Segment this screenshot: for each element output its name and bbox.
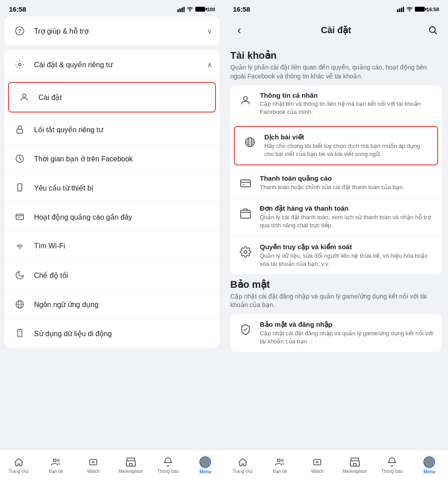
- thong-tin-content: Thông tin cá nhân Cập nhật tên và thông …: [260, 91, 435, 116]
- nav-trang-chu[interactable]: Trang chủ: [0, 457, 37, 474]
- svg-rect-3: [183, 7, 185, 12]
- svg-point-24: [57, 459, 59, 461]
- battery-icon: 100: [195, 7, 215, 12]
- settings-privacy-header[interactable]: Cài đặt & quyền riêng tư ∧: [4, 50, 220, 79]
- thanh-toan-qc-content: Thanh toán quảng cáo Thanh toán hoặc chỉ…: [260, 174, 435, 191]
- hoat-dong-item[interactable]: Hoạt động quảng cáo gần đây: [4, 203, 220, 232]
- quyen-truy-cap-content: Quyền truy cập và kiểm soát Quản lý dữ l…: [260, 243, 435, 268]
- nav-menu[interactable]: Menu: [187, 456, 224, 474]
- globe-icon: [12, 296, 28, 312]
- signal-icon: [177, 7, 185, 12]
- right-nav-marketplace[interactable]: Marketplace: [336, 457, 373, 474]
- right-bell-icon: [387, 457, 397, 468]
- svg-point-44: [244, 250, 247, 253]
- nav-watch-label: Watch: [87, 469, 99, 474]
- thoi-gian-item[interactable]: Thời gian bạn ở trên Facebook: [4, 144, 220, 173]
- svg-point-8: [22, 94, 26, 97]
- home-nav-icon: [13, 457, 24, 468]
- left-status-bar: 16:58 100: [0, 0, 224, 17]
- svg-rect-29: [399, 9, 400, 12]
- menu-avatar: [199, 456, 211, 468]
- quyen-truy-cap-item[interactable]: Quyền truy cập và kiểm soát Quản lý dữ l…: [230, 237, 442, 274]
- right-time: 16:58: [233, 5, 250, 13]
- cai-dat-item[interactable]: Cài đặt: [9, 83, 215, 112]
- svg-rect-1: [179, 9, 181, 12]
- right-battery-icon: 16:58: [415, 7, 439, 12]
- bao-mat-item-desc: Cập nhật cài đặt đăng nhập và quản lý ga…: [260, 329, 435, 346]
- right-menu-avatar: [423, 456, 435, 468]
- dich-content: Dịch bài viết Hãy cho chúng tôi biết tùy…: [264, 133, 430, 158]
- right-bottom-nav: Trang chủ Bạn bè Watch Marketplace Thông…: [224, 449, 448, 485]
- svg-rect-41: [241, 180, 250, 186]
- battery-label: 100: [207, 7, 215, 12]
- che-do-item[interactable]: Chế độ tối: [4, 261, 220, 290]
- bao-mat-section: Bảo mật Cập nhật cài đặt đăng nhập và qu…: [230, 279, 442, 352]
- nav-menu-label: Menu: [199, 469, 211, 474]
- settings-header: ‹ Cài đặt: [224, 17, 448, 42]
- phone-icon: [12, 180, 28, 196]
- svg-rect-2: [181, 8, 183, 12]
- thanh-toan-qc-title: Thanh toán quảng cáo: [260, 174, 435, 182]
- nav-marketplace[interactable]: Marketplace: [112, 457, 149, 474]
- bell-nav-icon: [163, 457, 173, 468]
- svg-point-32: [409, 10, 410, 11]
- right-nav-marketplace-label: Marketplace: [342, 469, 366, 474]
- dich-desc: Hãy cho chúng tôi biết tùy chọn dịch mà …: [264, 142, 430, 158]
- settings-privacy-section: Cài đặt & quyền riêng tư ∧ Cài đặt: [4, 50, 220, 348]
- tai-khoan-desc: Quản lý phần cài đặt liên quan đến quyền…: [230, 63, 442, 81]
- moon-icon: [12, 267, 28, 283]
- svg-rect-13: [16, 214, 24, 220]
- right-nav-watch[interactable]: Watch: [299, 457, 336, 474]
- loi-tat-item[interactable]: Lối tắt quyền riêng tư: [4, 115, 220, 144]
- nav-watch[interactable]: Watch: [75, 457, 112, 474]
- right-nav-ban-be[interactable]: Bạn bè: [261, 457, 298, 474]
- settings-privacy-arrow: ∧: [207, 61, 212, 69]
- thong-tin-title: Thông tin cá nhân: [260, 91, 435, 99]
- svg-point-22: [19, 335, 20, 336]
- wifi-icon: [186, 7, 194, 12]
- ngon-ngu-item[interactable]: Ngôn ngữ ứng dụng: [4, 290, 220, 319]
- bao-mat-item-title: Bảo mật và đăng nhập: [260, 320, 435, 329]
- svg-point-23: [53, 459, 56, 462]
- nav-thong-bao[interactable]: Thông báo: [149, 457, 186, 474]
- su-dung-item[interactable]: Sử dụng dữ liệu di động: [4, 319, 220, 348]
- tai-khoan-title: Tài khoản: [230, 50, 442, 61]
- svg-line-34: [435, 32, 436, 34]
- right-nav-thong-bao[interactable]: Thông báo: [373, 457, 410, 474]
- thanh-toan-qc-item[interactable]: Thanh toán quảng cáo Thanh toán hoặc chỉ…: [230, 168, 442, 198]
- tai-khoan-section: Tài khoản Quản lý phần cài đặt liên quan…: [230, 50, 442, 274]
- help-label: Trợ giúp & hỗ trợ: [34, 27, 207, 35]
- right-nav-menu[interactable]: Menu: [411, 456, 448, 474]
- quyen-truy-cap-title: Quyền truy cập và kiểm soát: [260, 243, 435, 251]
- thoi-gian-label: Thời gian bạn ở trên Facebook: [34, 155, 212, 163]
- dich-bai-viet-highlight: Dịch bài viết Hãy cho chúng tôi biết tùy…: [234, 126, 438, 165]
- thong-tin-ca-nhan-item[interactable]: Thông tin cá nhân Cập nhật tên và thông …: [230, 85, 442, 123]
- quyen-truy-cap-desc: Quản lý dữ liệu, sửa đổi người liên hệ t…: [260, 252, 435, 268]
- dich-bai-viet-item[interactable]: Dịch bài viết Hãy cho chúng tôi biết tùy…: [235, 127, 437, 165]
- settings-content: Tài khoản Quản lý phần cài đặt liên quan…: [224, 42, 448, 449]
- right-friends-icon: [275, 457, 285, 468]
- su-dung-label: Sử dụng dữ liệu di động: [34, 329, 212, 338]
- yeu-cau-item[interactable]: Yêu cầu từ thiết bị: [4, 173, 220, 203]
- settings-privacy-label: Cài đặt & quyền riêng tư: [34, 61, 207, 69]
- right-nav-trang-chu[interactable]: Trang chủ: [224, 457, 261, 474]
- card-icon: [237, 175, 254, 191]
- right-battery-label: 16:58: [426, 7, 439, 12]
- svg-rect-9: [17, 129, 23, 133]
- dich-title: Dịch bài viết: [264, 133, 430, 141]
- help-section-header[interactable]: ? Trợ giúp & hỗ trợ ∨: [4, 17, 220, 46]
- bao-mat-card: Bảo mật và đăng nhập Cập nhật cài đặt đă…: [230, 314, 442, 352]
- back-button[interactable]: ‹: [231, 22, 247, 38]
- tim-wifi-item[interactable]: Tìm Wi-Fi: [4, 232, 220, 261]
- nav-marketplace-label: Marketplace: [118, 469, 142, 474]
- right-nav-menu-label: Menu: [423, 469, 435, 474]
- left-phone-panel: 16:58 100: [0, 0, 224, 485]
- svg-rect-28: [397, 9, 398, 12]
- don-dat-hang-desc: Quản lý cài đặt thanh toán, xem lịch sử …: [260, 213, 435, 230]
- search-button[interactable]: [425, 22, 441, 38]
- nav-ban-be[interactable]: Bạn bè: [37, 457, 74, 474]
- tim-wifi-label: Tìm Wi-Fi: [34, 242, 212, 250]
- bao-mat-dang-nhap-item[interactable]: Bảo mật và đăng nhập Cập nhật cài đặt đă…: [230, 314, 442, 352]
- don-dat-hang-content: Đơn đặt hàng và thanh toán Quản lý cài đ…: [260, 204, 435, 230]
- don-dat-hang-item[interactable]: Đơn đặt hàng và thanh toán Quản lý cài đ…: [230, 198, 442, 236]
